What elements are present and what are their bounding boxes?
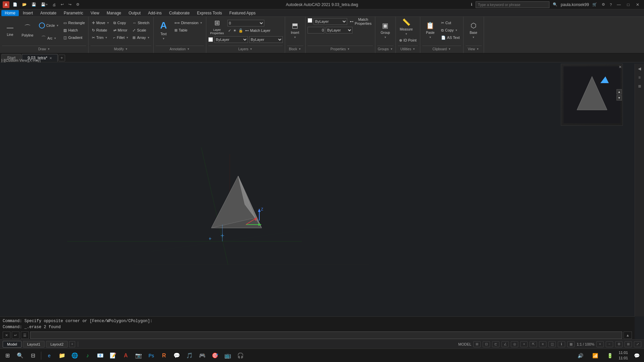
command-input[interactable] <box>30 331 622 339</box>
menu-express[interactable]: Express Tools <box>194 10 225 16</box>
zoomin-btn[interactable]: + <box>596 341 604 347</box>
trim-tool[interactable]: ✂ Trim ▼ <box>91 34 111 41</box>
open-btn[interactable]: 📂 <box>21 2 28 7</box>
layer-lock-btn[interactable]: 🔓 <box>238 27 244 34</box>
modify-group-label[interactable]: Modify ▼ <box>91 46 151 52</box>
view-group-label[interactable]: View ▼ <box>466 46 482 52</box>
taskbar-revit-btn[interactable]: R <box>158 350 170 362</box>
settings-status-btn[interactable]: ⚙ <box>615 341 623 347</box>
copy2-tool[interactable]: ⧉ Copy ▼ <box>440 27 461 34</box>
dynin-btn[interactable]: ⇱ <box>530 341 537 347</box>
cmd-expand-btn[interactable]: ▲ <box>624 331 632 339</box>
circle-dropdown[interactable]: ▼ <box>56 24 59 27</box>
mirror-tool[interactable]: ⇌ Mirror <box>112 27 130 34</box>
match-layer-btn[interactable]: ⊷ <box>245 27 250 34</box>
transparency-btn[interactable]: ◫ <box>548 341 556 347</box>
properties-group-label[interactable]: Properties ▼ <box>308 46 373 52</box>
taskbar-ps-btn[interactable]: Ps <box>145 350 157 362</box>
menu-addins[interactable]: Add-ins <box>145 10 165 16</box>
draw-group-label[interactable]: Draw ▼ <box>2 46 86 52</box>
taskbar-camera-btn[interactable]: 📷 <box>132 350 145 362</box>
clipboard-group-label[interactable]: Clipboard ▼ <box>422 46 461 52</box>
tab-close-btn[interactable]: ✕ <box>49 56 52 60</box>
paste-tool[interactable]: 📋 Paste ▼ <box>422 18 438 42</box>
panel-layers-btn[interactable]: ≡ <box>636 74 643 81</box>
nav-down[interactable]: ▼ <box>616 95 622 101</box>
menu-insert[interactable]: Insert <box>19 10 36 16</box>
fillet-tool[interactable]: ⌐ Fillet ▼ <box>112 34 130 41</box>
close-panel-btn-wrap[interactable]: ✕ <box>619 65 622 69</box>
annotation-group-label[interactable]: Annotation ▼ <box>156 46 204 52</box>
arc-dropdown[interactable]: ▼ <box>54 37 56 40</box>
quickprops-btn[interactable]: ℹ <box>558 341 565 347</box>
menu-home[interactable]: Home <box>1 10 19 16</box>
polyline-tool[interactable]: ⌒ Polyline <box>19 18 36 42</box>
make-current-btn[interactable]: ✓ <box>227 27 232 34</box>
layers-group-label[interactable]: Layers ▼ <box>208 46 283 52</box>
gradient-tool[interactable]: ◫ Gradient <box>62 34 86 41</box>
taskbar-headset-btn[interactable]: 🎧 <box>234 350 247 362</box>
rect-tool[interactable]: ▭ Rectangle <box>62 19 86 26</box>
scale-tool[interactable]: ⤢ Scale <box>131 27 151 34</box>
selection-btn[interactable]: ▦ <box>567 341 575 347</box>
taskbar-network-btn[interactable]: 📶 <box>589 350 601 362</box>
taskbar-battery-btn[interactable]: 🔋 <box>604 350 616 362</box>
shop-icon[interactable]: 🛒 <box>591 2 598 7</box>
lineweight-btn[interactable]: ≡ <box>539 341 546 347</box>
array-tool[interactable]: ⊞ Array ▼ <box>131 34 151 41</box>
linetype2-dropdown[interactable]: ByLayer <box>326 27 353 34</box>
copy-tool[interactable]: ⧉ Copy <box>112 19 130 26</box>
minimize-btn[interactable]: — <box>615 1 623 8</box>
layout2-tab[interactable]: Layout2 <box>46 341 68 348</box>
windows-start-btn[interactable]: ⊞ <box>1 350 13 362</box>
move-tool[interactable]: ✛ Move ▼ <box>91 19 111 26</box>
id-point-btn[interactable]: ⊕ ID Point <box>398 37 418 44</box>
info-btn[interactable]: ℹ <box>470 2 474 7</box>
cmd-cancel-btn[interactable]: ✕ <box>3 331 10 339</box>
settings-icon[interactable]: ⚙ <box>600 2 606 7</box>
save-btn[interactable]: 💾 <box>30 2 38 7</box>
taskbar-game-btn[interactable]: 🎮 <box>196 350 208 362</box>
menu-annotate[interactable]: Annotate <box>37 10 60 16</box>
table-tool[interactable]: ⊞ Table <box>173 27 204 34</box>
text-tool[interactable]: A Text ▼ <box>156 18 172 42</box>
ortho-btn[interactable]: ⊏ <box>492 341 499 347</box>
help-icon[interactable]: ? <box>608 2 613 7</box>
add-layout-btn[interactable]: + <box>69 341 75 347</box>
undo-btn[interactable]: ↩ <box>59 2 65 7</box>
group-tool[interactable]: ▣ Group ▼ <box>377 18 393 42</box>
polar-btn[interactable]: ∠ <box>501 341 509 347</box>
menu-collaborate[interactable]: Collaborate <box>166 10 193 16</box>
insert-tool[interactable]: ⬒ Insert ▼ <box>287 18 303 42</box>
close-btn[interactable]: ✕ <box>634 1 641 8</box>
otrack-btn[interactable]: + <box>520 341 528 347</box>
snap-btn[interactable]: ⊡ <box>483 341 490 347</box>
taskbar-notification-btn[interactable]: 💬 <box>631 350 643 362</box>
groups-group-label[interactable]: Groups ▼ <box>377 46 393 52</box>
stretch-tool[interactable]: ↔ Stretch <box>131 19 151 26</box>
redo-btn[interactable]: ↪ <box>67 2 73 7</box>
layer-freeze-btn[interactable]: ☀ <box>232 27 237 34</box>
match-properties-btn[interactable]: ⊷ MatchProperties <box>348 18 373 25</box>
lineweight-input[interactable] <box>308 27 324 34</box>
panel-toggle-btn[interactable]: ◀ <box>636 65 643 72</box>
taskbar-whatsapp-btn[interactable]: 💬 <box>171 350 183 362</box>
menu-view[interactable]: View <box>87 10 103 16</box>
dimension-tool[interactable]: ⟺ Dimension ▼ <box>173 19 204 26</box>
menu-manage[interactable]: Manage <box>103 10 124 16</box>
hatch-tool[interactable]: ▨ Hatch <box>62 27 86 34</box>
block-group-label[interactable]: Block ▼ <box>287 46 303 52</box>
menu-parametric[interactable]: Parametric <box>60 10 87 16</box>
model-tab[interactable]: Model <box>3 341 21 348</box>
taskbar-search-btn[interactable]: 🔍 <box>14 350 26 362</box>
new-btn[interactable]: 📄 <box>11 2 19 7</box>
taskbar-notepad-btn[interactable]: 📝 <box>107 350 119 362</box>
taskbar-mail-btn[interactable]: 📧 <box>94 350 106 362</box>
osnap-btn[interactable]: ◎ <box>511 341 518 347</box>
nav-up[interactable]: ▲ <box>616 89 622 95</box>
taskbar-explorer-btn[interactable]: 📁 <box>56 350 68 362</box>
menu-output[interactable]: Output <box>125 10 144 16</box>
taskbar-taskview-btn[interactable]: ⊟ <box>27 350 39 362</box>
taskbar-edge-btn[interactable]: e <box>43 350 55 362</box>
workspace-btn[interactable]: ⚙ <box>75 2 81 7</box>
